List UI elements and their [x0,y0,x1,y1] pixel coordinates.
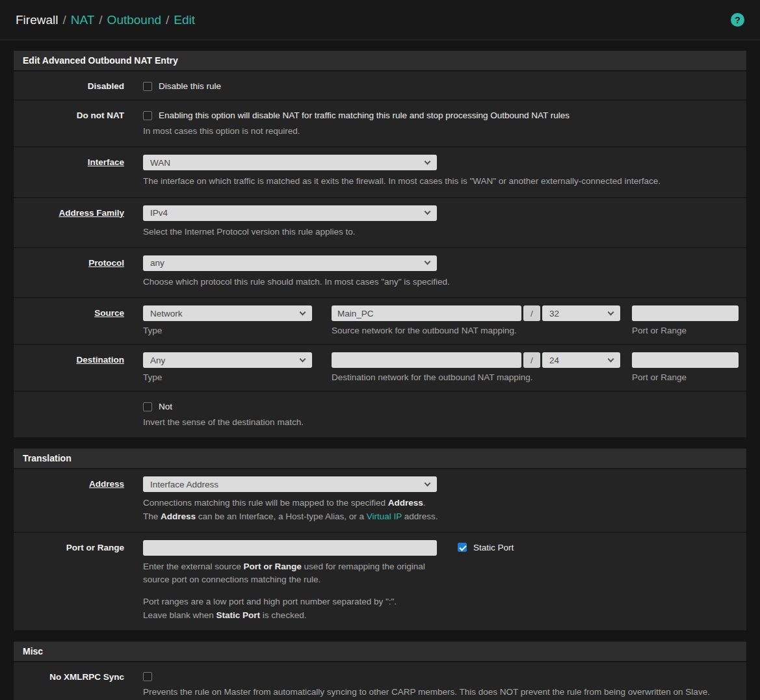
translation-panel-title: Translation [14,448,746,469]
chevron-down-icon [425,259,431,265]
breadcrumb-separator: / [166,13,169,27]
source-network-input[interactable] [332,305,521,321]
disable-rule-checkbox[interactable] [143,82,152,91]
row-source: Source Network Type / 32 [14,298,746,345]
not-checkbox[interactable] [143,402,152,411]
source-type-caption: Type [143,326,312,335]
breadcrumb-separator: / [62,13,66,27]
destination-label: Destination [14,352,124,382]
chevron-down-icon [608,356,614,362]
row-do-not-nat: Do not NAT Enabling this option will dis… [14,101,746,148]
destination-type-select-value: Any [150,356,300,365]
chevron-down-icon [300,309,306,315]
address-family-label: Address Family [14,205,124,239]
not-label-spacer [14,399,124,429]
do-not-nat-label: Do not NAT [14,108,124,138]
protocol-help: Choose which protocol this rule should m… [143,276,739,289]
breadcrumb-link-outbound[interactable]: Outbound [107,13,161,27]
misc-panel: Misc No XMLRPC Sync Prevents the rule on… [13,641,747,700]
chevron-down-icon [608,309,614,315]
row-xmlrpc: No XMLRPC Sync Prevents the rule on Mast… [14,662,746,700]
source-type-select-value: Network [150,309,300,318]
row-disabled: Disabled Disable this rule [14,71,746,101]
row-translation-address: Address Interface Address Connections ma… [14,469,746,533]
disable-rule-checkbox-label: Disable this rule [159,81,221,91]
interface-label: Interface [14,155,124,188]
destination-port-input[interactable] [632,352,739,368]
translation-port-help: Enter the external source Port or Range … [143,560,437,622]
xmlrpc-checkbox[interactable] [143,672,152,681]
interface-help: The interface on which traffic is matche… [143,175,739,188]
destination-network-help: Destination network for the outbound NAT… [332,372,620,382]
protocol-select[interactable]: any [143,255,437,271]
destination-mask-select-value: 24 [549,356,609,365]
destination-mask-select[interactable]: 24 [542,352,620,368]
translation-port-label: Port or Range [14,540,124,622]
row-interface: Interface WAN The interface on which tra… [14,148,746,198]
do-not-nat-checkbox[interactable] [143,111,152,120]
xmlrpc-label: No XMLRPC Sync [14,669,124,699]
source-mask-select-value: 32 [549,309,609,318]
nat-entry-panel: Edit Advanced Outbound NAT Entry Disable… [13,50,747,438]
virtual-ip-link[interactable]: Virtual IP [367,512,402,521]
chevron-down-icon [300,356,306,362]
misc-panel-title: Misc [14,642,746,662]
topbar: Firewall / NAT / Outbound / Edit ? [0,0,760,40]
source-mask-select[interactable]: 32 [542,305,620,321]
nat-entry-panel-title: Edit Advanced Outbound NAT Entry [14,51,746,71]
static-port-checkbox-label: Static Port [473,543,514,552]
interface-select-value: WAN [150,158,425,168]
row-address-family: Address Family IPv4 Select the Internet … [14,198,746,248]
source-label: Source [14,305,124,335]
breadcrumb: Firewall / NAT / Outbound / Edit [16,13,195,27]
xmlrpc-help: Prevents the rule on Master from automat… [143,686,739,699]
not-checkbox-label: Not [159,402,172,411]
chevron-down-icon [425,480,431,486]
translation-port-input[interactable] [143,540,437,556]
row-translation-port: Port or Range Enter the external source … [14,533,746,630]
do-not-nat-checkbox-label: Enabling this option will disable NAT fo… [159,110,570,120]
row-not: Not Invert the sense of the destination … [14,392,746,437]
source-port-caption: Port or Range [632,326,739,335]
static-port-checkbox[interactable] [458,543,467,552]
interface-select[interactable]: WAN [143,155,437,170]
destination-type-caption: Type [143,372,312,382]
breadcrumb-link-nat[interactable]: NAT [71,13,95,27]
source-mask-separator: / [523,305,540,321]
do-not-nat-help: In most cases this option is not require… [143,125,739,138]
address-family-help: Select the Internet Protocol version thi… [143,226,739,239]
protocol-select-value: any [150,258,425,268]
protocol-label: Protocol [14,255,124,289]
help-icon[interactable]: ? [731,13,744,27]
translation-address-label: Address [14,476,124,523]
address-family-select[interactable]: IPv4 [143,205,437,221]
destination-mask-separator: / [523,352,540,368]
chevron-down-icon [425,209,431,215]
breadcrumb-separator: / [99,13,102,27]
breadcrumb-section: Firewall [16,13,58,27]
translation-panel: Translation Address Interface Address Co… [13,448,747,631]
source-port-input[interactable] [632,305,739,321]
not-help: Invert the sense of the destination matc… [143,416,739,429]
address-family-select-value: IPv4 [150,208,425,218]
destination-type-select[interactable]: Any [143,352,312,368]
translation-address-select-value: Interface Address [150,480,425,489]
translation-address-help: Connections matching this rule will be m… [143,497,739,523]
destination-network-input[interactable] [332,352,521,368]
disabled-label: Disabled [14,79,124,91]
row-protocol: Protocol any Choose which protocol this … [14,248,746,298]
row-destination: Destination Any Type / 24 [14,345,746,392]
source-type-select[interactable]: Network [143,305,312,321]
chevron-down-icon [425,158,431,164]
destination-port-caption: Port or Range [632,372,739,382]
translation-address-select[interactable]: Interface Address [143,476,437,492]
source-network-help: Source network for the outbound NAT mapp… [332,326,620,335]
breadcrumb-link-edit[interactable]: Edit [174,13,195,27]
